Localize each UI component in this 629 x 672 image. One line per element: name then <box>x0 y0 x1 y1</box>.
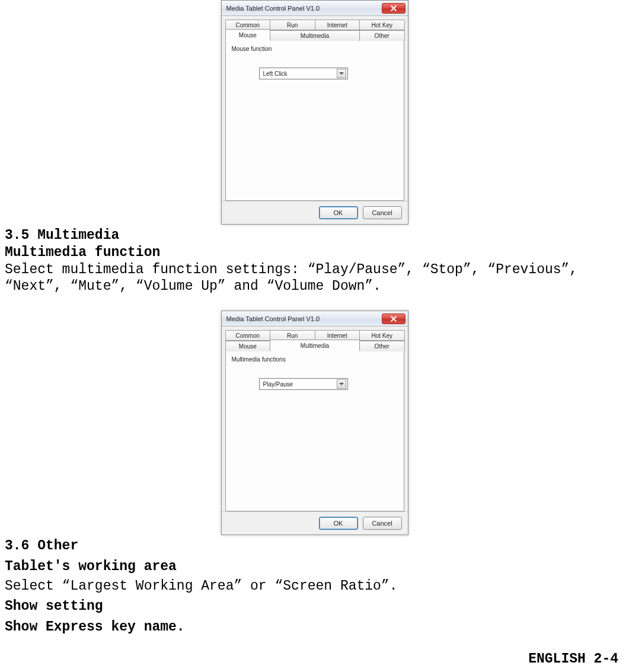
panel-label: Mouse function <box>232 46 398 52</box>
tab-other[interactable]: Other <box>359 341 405 351</box>
window-title: Media Tablet Control Panel V1.0 <box>226 315 320 322</box>
window-title: Media Tablet Control Panel V1.0 <box>226 5 320 12</box>
tab-run[interactable]: Run <box>270 20 315 30</box>
tab-hotkey[interactable]: Hot Key <box>359 20 405 30</box>
close-icon <box>391 316 397 322</box>
ok-button[interactable]: OK <box>319 517 358 530</box>
tabs-area: Common Run Internet Hot Key Mouse Multim… <box>222 327 408 511</box>
heading-3-5: 3.5 Multimedia <box>5 227 624 244</box>
chevron-down-icon <box>337 379 346 389</box>
panel-label: Multimedia functions <box>232 356 398 363</box>
tab-row-front: Mouse Multimedia Other <box>225 341 404 351</box>
tab-multimedia[interactable]: Multimedia <box>270 340 360 351</box>
titlebar[interactable]: Media Tablet Control Panel V1.0 <box>222 1 408 16</box>
dialog-buttons: OK Cancel <box>222 201 408 224</box>
dialog-buttons: OK Cancel <box>222 511 408 535</box>
body-show-express-key: Show Express key name. <box>5 619 624 636</box>
mouse-function-dropdown[interactable]: Left Click <box>259 68 348 79</box>
ok-button[interactable]: OK <box>319 206 358 219</box>
cancel-button[interactable]: Cancel <box>363 206 402 219</box>
tabs-area: Common Run Internet Hot Key Mouse Multim… <box>222 16 408 201</box>
tab-mouse[interactable]: Mouse <box>225 341 271 351</box>
panel-content: Multimedia functions Play/Pause <box>225 351 404 511</box>
close-button[interactable] <box>382 3 406 14</box>
tab-mouse[interactable]: Mouse <box>225 29 271 41</box>
body-working-area: Select “Largest Working Area” or “Screen… <box>5 578 624 595</box>
tab-multimedia[interactable]: Multimedia <box>270 30 360 41</box>
multimedia-function-dropdown[interactable]: Play/Pause <box>259 378 348 390</box>
subheading-show-setting: Show setting <box>5 598 624 615</box>
tab-common[interactable]: Common <box>225 330 271 341</box>
control-panel-dialog-mouse: Media Tablet Control Panel V1.0 Common R… <box>221 0 408 225</box>
subheading-multimedia-function: Multimedia function <box>5 244 624 261</box>
tab-internet[interactable]: Internet <box>315 20 360 30</box>
dropdown-value: Play/Pause <box>263 381 293 388</box>
subheading-working-area: Tablet's working area <box>5 558 624 575</box>
chevron-down-icon <box>337 69 346 78</box>
control-panel-dialog-multimedia: Media Tablet Control Panel V1.0 Common R… <box>221 311 408 535</box>
body-3-5: Select multimedia function settings: “Pl… <box>5 261 624 296</box>
section-3-6: 3.6 Other Tablet's working area Select “… <box>5 537 624 636</box>
tab-hotkey[interactable]: Hot Key <box>359 330 405 341</box>
close-button[interactable] <box>382 313 406 324</box>
tab-other[interactable]: Other <box>359 30 405 41</box>
tab-row-front: Mouse Multimedia Other <box>225 30 404 41</box>
cancel-button[interactable]: Cancel <box>363 517 402 530</box>
section-3-5: 3.5 Multimedia Multimedia function Selec… <box>5 227 624 295</box>
close-icon <box>391 5 397 11</box>
dropdown-value: Left Click <box>263 71 288 77</box>
heading-3-6: 3.6 Other <box>5 537 624 555</box>
titlebar[interactable]: Media Tablet Control Panel V1.0 <box>222 311 408 327</box>
page-footer: ENGLISH 2-4 <box>5 639 624 672</box>
panel-content: Mouse function Left Click <box>225 41 404 201</box>
